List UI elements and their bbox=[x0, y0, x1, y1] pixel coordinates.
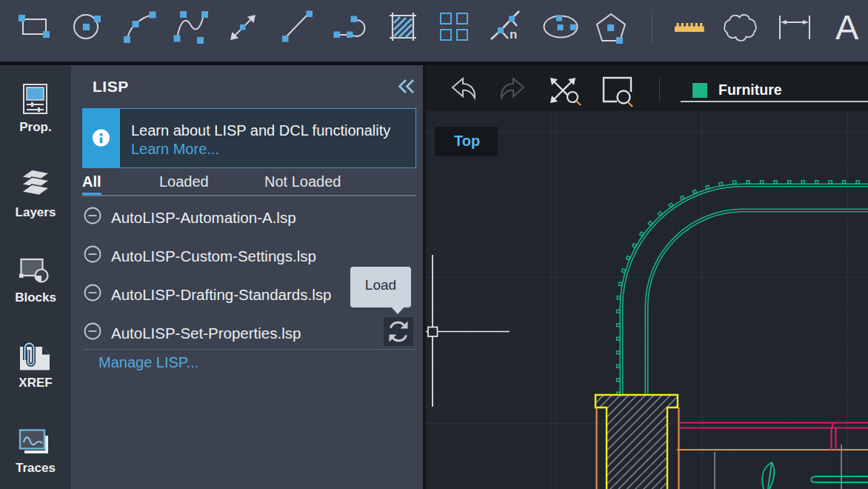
svg-text:n: n bbox=[510, 27, 517, 41]
svg-text:A: A bbox=[835, 7, 859, 47]
